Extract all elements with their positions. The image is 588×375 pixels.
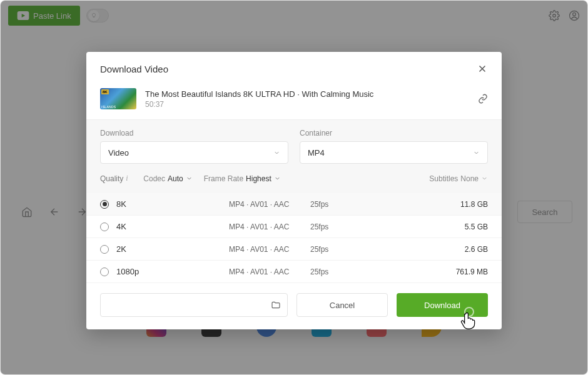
info-icon[interactable]: i xyxy=(126,174,132,183)
framerate-filter-value: Highest xyxy=(246,174,271,183)
modal-overlay: Download Video 8K The Most Beautiful Isl… xyxy=(1,1,587,374)
codec-filter[interactable]: Codec Auto xyxy=(143,174,192,183)
chevron-down-icon xyxy=(473,149,480,156)
quality-size: 761.9 MB xyxy=(456,268,488,276)
folder-icon[interactable] xyxy=(271,300,281,310)
download-type-select[interactable]: Video xyxy=(100,141,288,164)
quality-name: 2K xyxy=(116,244,229,254)
radio-icon xyxy=(100,268,109,276)
chevron-down-icon xyxy=(186,175,193,182)
quality-fps: 25fps xyxy=(310,268,360,276)
download-button-label: Download xyxy=(424,301,460,310)
quality-size: 11.8 GB xyxy=(460,200,488,209)
container-value: MP4 xyxy=(308,148,325,158)
quality-row[interactable]: 2K MP4 · AV01 · AAC 25fps 2.6 GB xyxy=(86,238,502,261)
video-meta: The Most Beautiful Islands 8K ULTRA HD ·… xyxy=(145,89,469,109)
subtitles-filter-label: Subtitles xyxy=(429,174,458,183)
quality-name: 1080p xyxy=(116,267,229,276)
quality-header-label: Quality xyxy=(100,174,123,183)
video-duration: 50:37 xyxy=(145,100,469,109)
chevron-down-icon xyxy=(274,175,281,182)
radio-icon xyxy=(100,200,109,209)
quality-size: 2.6 GB xyxy=(465,245,488,254)
click-indicator xyxy=(464,307,474,317)
save-path-input[interactable] xyxy=(100,293,288,317)
chevron-down-icon xyxy=(273,149,280,156)
framerate-filter-label: Frame Rate xyxy=(204,174,243,183)
download-type-label: Download xyxy=(100,129,288,138)
modal-title: Download Video xyxy=(100,64,168,74)
quality-codec: MP4 · AV01 · AAC xyxy=(229,268,310,276)
codec-filter-value: Auto xyxy=(168,174,183,183)
quality-header: Quality i xyxy=(100,174,132,183)
modal-footer: Cancel Download xyxy=(86,283,502,329)
options-section: Download Container Video MP4 Quality i xyxy=(86,120,502,193)
radio-icon xyxy=(100,222,109,231)
quality-name: 8K xyxy=(116,199,229,209)
quality-list: 8K MP4 · AV01 · AAC 25fps 11.8 GB 4K MP4… xyxy=(86,193,502,283)
close-icon[interactable] xyxy=(477,63,488,74)
download-type-value: Video xyxy=(108,148,129,158)
link-icon[interactable] xyxy=(478,94,488,104)
quality-row[interactable]: 8K MP4 · AV01 · AAC 25fps 11.8 GB xyxy=(86,193,502,216)
video-info-row: 8K The Most Beautiful Islands 8K ULTRA H… xyxy=(86,83,502,120)
cursor-hand-icon xyxy=(459,311,477,329)
framerate-filter[interactable]: Frame Rate Highest xyxy=(204,174,281,183)
quality-row[interactable]: 1080p MP4 · AV01 · AAC 25fps 761.9 MB xyxy=(86,261,502,283)
quality-fps: 25fps xyxy=(310,222,360,231)
quality-codec: MP4 · AV01 · AAC xyxy=(229,222,310,231)
download-video-modal: Download Video 8K The Most Beautiful Isl… xyxy=(86,52,502,329)
quality-fps: 25fps xyxy=(310,245,360,254)
chevron-down-icon xyxy=(481,175,488,182)
cancel-button[interactable]: Cancel xyxy=(297,293,388,317)
radio-icon xyxy=(100,245,109,254)
quality-row[interactable]: 4K MP4 · AV01 · AAC 25fps 5.5 GB xyxy=(86,216,502,238)
video-thumbnail: 8K xyxy=(100,88,136,109)
video-title: The Most Beautiful Islands 8K ULTRA HD ·… xyxy=(145,89,469,99)
subtitles-filter-value: None xyxy=(460,174,479,183)
cancel-button-label: Cancel xyxy=(330,301,355,310)
thumb-quality-badge: 8K xyxy=(101,89,109,94)
subtitles-filter[interactable]: Subtitles None xyxy=(429,174,488,183)
container-label: Container xyxy=(300,129,488,138)
quality-size: 5.5 GB xyxy=(465,222,488,231)
quality-codec: MP4 · AV01 · AAC xyxy=(229,245,310,254)
quality-codec: MP4 · AV01 · AAC xyxy=(229,200,310,209)
codec-filter-label: Codec xyxy=(143,174,165,183)
quality-fps: 25fps xyxy=(310,200,360,209)
modal-header: Download Video xyxy=(86,52,502,83)
filter-row: Quality i Codec Auto Frame Rate Highest … xyxy=(100,174,488,183)
download-button[interactable]: Download xyxy=(397,293,488,317)
container-select[interactable]: MP4 xyxy=(300,141,488,164)
quality-name: 4K xyxy=(116,222,229,231)
